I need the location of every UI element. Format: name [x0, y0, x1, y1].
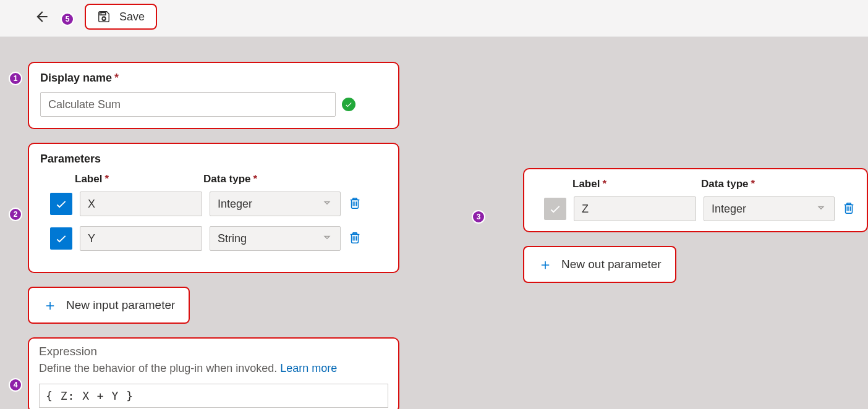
param-label-input[interactable]: [80, 226, 202, 251]
trash-icon[interactable]: [348, 230, 362, 247]
header-type: Data type*: [701, 178, 755, 190]
input-param-row: String: [40, 226, 387, 251]
required-asterisk: *: [114, 72, 119, 84]
callout-badge-4: 4: [9, 378, 22, 392]
chevron-down-icon: [321, 232, 333, 246]
save-label: Save: [119, 11, 145, 23]
expression-panel: Expression Define the behavior of the pl…: [28, 337, 399, 409]
callout-badge-2: 2: [9, 208, 22, 221]
new-input-parameter-button[interactable]: ＋ New input parameter: [28, 287, 190, 324]
expression-code-input[interactable]: { Z: X + Y }: [39, 384, 388, 408]
svg-rect-0: [101, 12, 105, 15]
save-icon: [97, 10, 111, 23]
param-label-input[interactable]: [574, 196, 696, 221]
out-param-headers: Label* Data type*: [535, 178, 856, 190]
input-param-row: Integer: [40, 192, 387, 216]
out-parameters-panel: Label* Data type* Integer: [523, 168, 868, 232]
callout-badge-3: 3: [472, 210, 485, 224]
chevron-down-icon: [321, 197, 333, 211]
learn-more-link[interactable]: Learn more: [280, 362, 337, 374]
param-checkbox[interactable]: [50, 227, 72, 250]
param-type-select[interactable]: String: [210, 226, 341, 251]
new-out-parameter-button[interactable]: ＋ New out parameter: [523, 246, 676, 283]
display-name-input[interactable]: [40, 92, 336, 117]
param-type-select[interactable]: Integer: [210, 192, 341, 216]
expression-description: Define the behavior of the plug-in when …: [39, 362, 388, 375]
expression-title: Expression: [39, 345, 388, 358]
parameters-title: Parameters: [40, 153, 387, 166]
plus-icon: ＋: [43, 295, 57, 315]
chevron-down-icon: [815, 202, 827, 216]
input-param-headers: Label* Data type*: [40, 173, 387, 185]
parameters-panel: Parameters Label* Data type* Integer: [28, 143, 399, 273]
display-name-panel: Display name*: [28, 62, 399, 129]
param-type-select[interactable]: Integer: [704, 196, 835, 221]
display-name-label: Display name*: [40, 72, 387, 85]
trash-icon[interactable]: [842, 201, 856, 217]
back-arrow-icon[interactable]: [34, 9, 50, 28]
out-param-row: Integer: [535, 196, 856, 221]
callout-badge-1: 1: [9, 72, 22, 85]
callout-badge-5: 5: [61, 12, 74, 26]
header-label: Label*: [75, 173, 203, 185]
trash-icon[interactable]: [348, 196, 362, 212]
header-label: Label*: [572, 178, 701, 190]
check-circle-icon: [342, 98, 355, 111]
plus-icon: ＋: [538, 255, 553, 274]
header-type: Data type*: [203, 173, 257, 185]
param-label-input[interactable]: [80, 192, 202, 216]
save-button[interactable]: Save: [85, 4, 157, 30]
param-checkbox[interactable]: [544, 198, 566, 220]
param-checkbox[interactable]: [50, 193, 72, 215]
